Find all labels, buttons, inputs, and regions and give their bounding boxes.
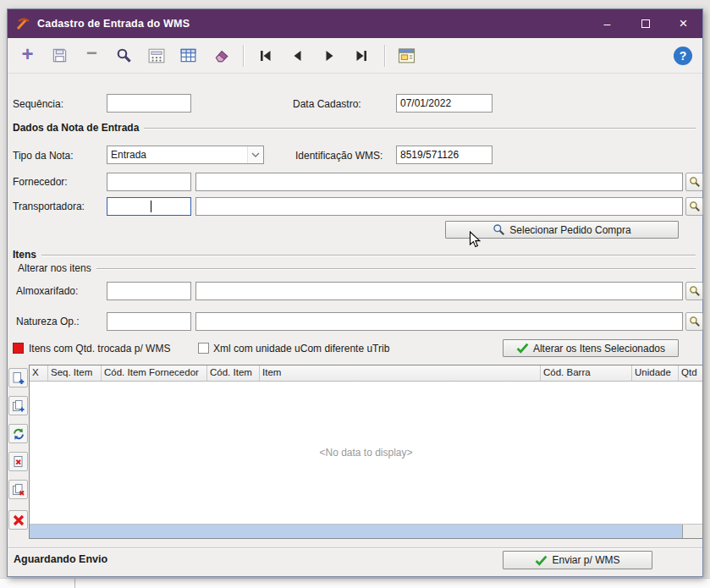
toolbar-separator: [243, 45, 244, 67]
grid-horizontal-scrollbar[interactable]: [30, 525, 682, 538]
form-view-button[interactable]: [394, 42, 420, 69]
sequencia-input[interactable]: [107, 94, 191, 113]
transportadora-name-input[interactable]: [195, 197, 683, 216]
group-divider: [41, 255, 696, 256]
grid-cancel-button[interactable]: [8, 510, 28, 530]
close-icon: ×: [680, 15, 688, 32]
toolbar: + −: [8, 38, 702, 74]
natureza-name-input[interactable]: [195, 312, 683, 331]
help-icon: ?: [680, 49, 687, 63]
statusbar-divider: [8, 547, 702, 548]
nav-previous-icon: [290, 49, 305, 63]
fornecedor-code-input[interactable]: [107, 173, 191, 191]
fornecedor-name-input[interactable]: [195, 173, 683, 191]
fornecedor-lookup-button[interactable]: [685, 173, 703, 191]
grid-column-header[interactable]: Item: [260, 365, 541, 381]
almoxarifado-label: Almoxarifado:: [16, 285, 78, 297]
lookup-magnifier-icon: [689, 201, 701, 212]
alterar-subgroup-header: Alterar nos itens: [18, 262, 696, 274]
selecionar-pedido-label: Selecionar Pedido Compra: [509, 224, 630, 236]
grid-empty-message: <No data to display>: [319, 447, 412, 459]
natureza-label: Natureza Op.:: [16, 316, 80, 327]
grid-refresh-button[interactable]: [8, 424, 28, 443]
desktop-background: Cadastro de Entrada do WMS – × + −: [0, 0, 710, 588]
transportadora-lookup-button[interactable]: [685, 197, 703, 216]
titlebar[interactable]: Cadastro de Entrada do WMS – ×: [8, 9, 702, 38]
xml-unidade-checkbox[interactable]: [198, 343, 209, 354]
lookup-magnifier-icon: [689, 285, 701, 297]
nav-first-button[interactable]: [252, 42, 278, 69]
nav-previous-button[interactable]: [284, 42, 311, 69]
natureza-code-input[interactable]: [107, 312, 191, 331]
window-controls: – ×: [588, 9, 702, 38]
natureza-lookup-button[interactable]: [685, 312, 703, 331]
itens-group-title: Itens: [13, 249, 36, 261]
add-button[interactable]: +: [14, 42, 41, 69]
nota-group-header: Dados da Nota de Entrada: [13, 122, 696, 134]
red-legend-square: [13, 343, 24, 354]
itens-group-header: Itens: [13, 249, 696, 261]
almoxarifado-name-input[interactable]: [195, 282, 683, 300]
tipo-nota-select[interactable]: Entrada: [107, 146, 264, 164]
table-view-button[interactable]: [175, 42, 201, 69]
almoxarifado-code-input[interactable]: [107, 282, 191, 300]
grid-column-header[interactable]: Cód. Item Fornecedor: [102, 365, 207, 381]
help-button[interactable]: ?: [674, 47, 692, 65]
data-cadastro-label: Data Cadastro:: [293, 98, 361, 110]
lookup-magnifier-icon: [689, 176, 701, 188]
transportadora-code-input[interactable]: [107, 197, 191, 216]
mouse-cursor: [469, 231, 481, 249]
save-button[interactable]: [47, 42, 73, 69]
add-row-icon: [12, 371, 25, 385]
grid-copy-rows-button[interactable]: [8, 396, 28, 415]
identificacao-input[interactable]: [396, 146, 493, 164]
text-caret: [151, 201, 151, 212]
maximize-icon: [641, 19, 650, 28]
green-check-icon: [516, 343, 529, 354]
search-button[interactable]: [111, 42, 137, 69]
calculator-button[interactable]: [143, 42, 169, 69]
grid-delete-all-button[interactable]: [8, 480, 28, 499]
tipo-nota-label: Tipo da Nota:: [13, 150, 74, 162]
almoxarifado-lookup-button[interactable]: [685, 282, 703, 300]
scrollbar-corner: [682, 525, 702, 538]
delete-all-icon: [12, 483, 25, 497]
enviar-wms-button[interactable]: Enviar p/ WMS: [503, 551, 652, 569]
grid-column-header[interactable]: Qtd: [679, 365, 702, 381]
background-divider: [74, 579, 75, 588]
delete-row-icon: [12, 455, 25, 469]
grid-column-header[interactable]: Cód. Barra: [541, 365, 632, 381]
background-window-strip: [0, 578, 710, 588]
chevron-down-icon: [247, 146, 263, 163]
maximize-button[interactable]: [626, 9, 664, 38]
delete-button[interactable]: −: [79, 42, 105, 69]
sequencia-label: Sequência:: [13, 98, 63, 110]
grid-delete-row-button[interactable]: [8, 452, 28, 471]
app-icon: [15, 16, 30, 31]
window-title: Cadastro de Entrada do WMS: [37, 18, 190, 30]
close-button[interactable]: ×: [664, 9, 702, 38]
minimize-button[interactable]: –: [588, 9, 626, 38]
grid-column-header[interactable]: Unidade: [632, 365, 679, 381]
clear-button[interactable]: [207, 42, 234, 69]
calculator-icon: [148, 48, 165, 63]
data-cadastro-input[interactable]: [396, 94, 493, 113]
alterar-itens-label: Alterar os Itens Selecionados: [533, 343, 665, 354]
alterar-itens-button[interactable]: Alterar os Itens Selecionados: [503, 339, 679, 357]
legend-label: Itens com Qtd. trocada p/ WMS: [29, 343, 170, 354]
transportadora-label: Transportadora:: [13, 201, 85, 212]
nav-next-button[interactable]: [316, 42, 343, 69]
fornecedor-label: Fornecedor:: [13, 176, 68, 188]
enviar-wms-label: Enviar p/ WMS: [552, 554, 619, 566]
grid-column-header[interactable]: X: [30, 365, 48, 381]
grid-column-header[interactable]: Seq. Item: [48, 365, 102, 381]
nav-last-icon: [355, 49, 369, 63]
cancel-x-icon: [12, 514, 25, 527]
table-icon: [180, 48, 196, 63]
lookup-magnifier-icon: [689, 316, 701, 327]
nav-last-button[interactable]: [349, 42, 375, 69]
grid-add-row-button[interactable]: [8, 368, 28, 387]
grid-header-row: X Seq. Item Cód. Item Fornecedor Cód. It…: [30, 365, 702, 382]
grid-column-header[interactable]: Cód. Item: [207, 365, 260, 381]
plus-icon: +: [21, 44, 33, 64]
